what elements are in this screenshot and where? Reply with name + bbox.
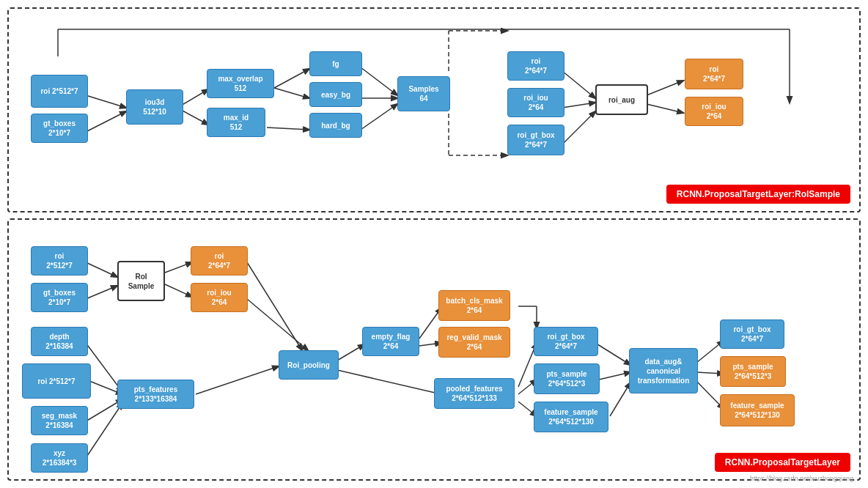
b-pts-features-node: pts_features2*133*16384 (117, 380, 194, 409)
svg-line-31 (247, 262, 302, 350)
b-feature-sample-node: feature_sample2*64*512*130 (534, 402, 608, 432)
svg-line-5 (274, 88, 309, 98)
svg-line-1 (86, 111, 126, 132)
svg-line-2 (181, 89, 208, 106)
bottom-section: roi2*512*7 gt_boxes2*10*7 depth2*16384 r… (7, 218, 861, 481)
b-empty-flag-node: empty_flag2*64 (362, 327, 419, 356)
svg-line-23 (86, 286, 117, 299)
b-batch-cls-mask-node: batch_cls_mask2*64 (438, 290, 510, 321)
svg-line-30 (196, 366, 279, 394)
svg-line-3 (181, 110, 208, 125)
b-features-node: roi 2*512*7 (22, 363, 91, 399)
bottom-section-label: RCNN.ProposalTargetLayer (715, 453, 850, 472)
t-hard-bg-node: hard_bg (309, 113, 362, 138)
b-roi-node: roi2*512*7 (31, 246, 88, 276)
diagram-container: roi 2*512*7 gt_boxes2*10*7 iou3d512*10 m… (0, 0, 868, 488)
b-depth-node: depth2*16384 (31, 327, 88, 356)
svg-line-22 (86, 262, 117, 277)
svg-line-15 (562, 103, 595, 108)
svg-line-4 (274, 69, 309, 88)
t-easy-bg-node: easy_bg (309, 82, 362, 107)
svg-line-33 (337, 344, 364, 361)
b-roi-sample-node: RoISample (117, 261, 165, 301)
svg-line-9 (361, 104, 397, 130)
b-seg-mask-node: seg_mask2*16384 (31, 406, 88, 435)
svg-line-17 (647, 81, 683, 95)
svg-line-14 (562, 71, 595, 98)
watermark: https://blog.csdn.net/wuzhongqiang (750, 475, 853, 482)
svg-line-24 (165, 262, 192, 273)
b-feature-sample-out-node: feature_sample2*64*512*130 (720, 394, 795, 426)
b-data-aug-node: data_aug&canonicaltransformation (629, 348, 698, 393)
t-roi-out-node: roi2*64*7 (507, 51, 564, 81)
b-xyz-node: xyz2*16384*3 (31, 443, 88, 473)
svg-line-40 (595, 343, 630, 365)
t-roi-final-node: roi2*64*7 (685, 59, 743, 89)
svg-line-42 (610, 382, 630, 416)
b-roi-gt-box-node: roi_gt_box2*64*7 (534, 327, 598, 356)
b-pts-sample-out-node: pts_sample2*64*512*3 (720, 356, 786, 387)
b-roi-gt-box-out-node: roi_gt_box2*64*7 (720, 319, 784, 349)
t-samples-node: Samples64 (397, 76, 450, 111)
svg-line-34 (337, 370, 441, 394)
b-roi-orange-node: roi2*64*7 (191, 246, 248, 276)
b-gt-boxes-node: gt_boxes2*10*7 (31, 283, 88, 312)
svg-line-0 (86, 95, 126, 108)
svg-line-7 (361, 67, 397, 95)
svg-line-29 (86, 403, 122, 458)
t-iou3d-node: iou3d512*10 (126, 89, 183, 125)
t-roi-node: roi 2*512*7 (31, 75, 88, 108)
svg-line-6 (267, 127, 309, 130)
b-reg-valid-mask-node: reg_valid_mask2*64 (438, 327, 510, 358)
t-max-overlap-node: max_overlap512 (207, 69, 274, 98)
t-roi-iou-node: roi_iou2*64 (507, 88, 564, 117)
t-fg-node: fg (309, 51, 362, 76)
svg-line-41 (599, 372, 630, 380)
top-section: roi 2*512*7 gt_boxes2*10*7 iou3d512*10 m… (7, 7, 861, 212)
t-roi-aug-node: roi_aug (595, 84, 648, 115)
t-roi-gt-box-node: roi_gt_box2*64*7 (507, 125, 564, 155)
b-pts-sample-node: pts_sample2*64*512*3 (534, 363, 600, 394)
t-roi-iou-final-node: roi_iou2*64 (685, 97, 743, 126)
b-roi-iou-orange-node: roi_iou2*64 (191, 283, 248, 312)
top-section-label: RCNN.ProposalTargetLayer:RoISample (666, 185, 850, 204)
b-roi-pooling-node: Roi_pooling (279, 350, 339, 380)
svg-line-18 (647, 104, 683, 113)
t-gt-boxes-node: gt_boxes2*10*7 (31, 114, 88, 143)
t-max-id-node: max_id512 (207, 108, 265, 137)
b-pooled-features-node: pooled_features2*64*512*133 (434, 378, 515, 409)
bottom-arrows-svg (9, 220, 859, 479)
svg-line-32 (247, 299, 308, 350)
svg-line-16 (562, 111, 595, 144)
svg-line-25 (165, 284, 192, 297)
